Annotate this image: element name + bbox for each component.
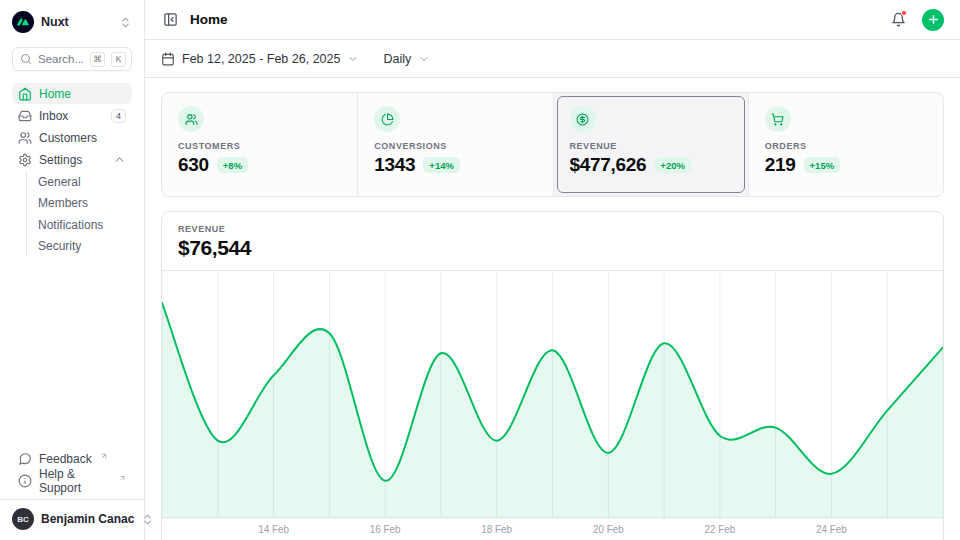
app-window: Nuxt ⌘ K Home Inbox 4 Customers (0, 0, 960, 540)
notification-dot (901, 10, 907, 16)
search-icon (20, 53, 32, 65)
svg-text:18 Feb: 18 Feb (481, 524, 512, 535)
kbd-cmd: ⌘ (90, 52, 105, 67)
sidebar-item-notifications[interactable]: Notifications (34, 214, 132, 236)
stat-delta-badge: +20% (654, 157, 691, 173)
external-link-icon (100, 452, 108, 460)
stat-label: REVENUE (570, 141, 732, 151)
chart-metric-value: $76,544 (178, 236, 927, 260)
cart-icon (765, 106, 791, 132)
page-content: CUSTOMERS 630 +8% CONVERSIONS 1343 +14% (145, 78, 960, 540)
sidebar-item-label: Inbox (39, 109, 68, 123)
search-input[interactable]: ⌘ K (12, 47, 132, 71)
sidebar-nav: Home Inbox 4 Customers Settings General … (12, 83, 132, 257)
panel-left-close-icon (163, 12, 178, 27)
user-menu[interactable]: BC Benjamin Canac (0, 499, 144, 536)
svg-text:24 Feb: 24 Feb (816, 524, 847, 535)
period-label: Daily (383, 52, 411, 66)
chevrons-up-down-icon (119, 16, 132, 29)
sidebar-item-security[interactable]: Security (34, 236, 132, 258)
stat-label: CONVERSIONS (374, 141, 536, 151)
svg-text:16 Feb: 16 Feb (370, 524, 401, 535)
chevron-up-icon (113, 153, 126, 166)
workspace-switcher[interactable]: Nuxt (12, 10, 132, 34)
external-link-icon (119, 474, 126, 482)
stat-delta-badge: +15% (804, 157, 841, 173)
svg-text:22 Feb: 22 Feb (704, 524, 735, 535)
home-icon (18, 87, 32, 101)
sidebar-item-customers[interactable]: Customers (12, 127, 132, 148)
stat-label: CUSTOMERS (178, 141, 341, 151)
footer-link-label: Help & Support (39, 467, 111, 495)
revenue-area-chart[interactable]: 14 Feb16 Feb18 Feb20 Feb22 Feb24 Feb (162, 271, 943, 540)
notifications-button[interactable] (889, 10, 908, 29)
stat-label: ORDERS (765, 141, 927, 151)
user-name: Benjamin Canac (41, 512, 134, 526)
svg-text:20 Feb: 20 Feb (593, 524, 624, 535)
sidebar-item-inbox[interactable]: Inbox 4 (12, 105, 132, 126)
users-icon (18, 131, 32, 145)
sidebar-item-label: Home (39, 87, 71, 101)
stat-card-revenue[interactable]: REVENUE $477,626 +20% (553, 93, 748, 196)
sub-item-label: Notifications (38, 218, 103, 232)
workspace-name: Nuxt (41, 15, 112, 29)
period-select[interactable]: Daily (383, 52, 430, 66)
stat-value: 1343 (374, 154, 415, 176)
chevron-down-icon (347, 53, 359, 65)
sidebar-collapse-button[interactable] (161, 10, 180, 29)
chart-canvas: 14 Feb16 Feb18 Feb20 Feb22 Feb24 Feb (162, 271, 943, 540)
date-range-label: Feb 12, 2025 - Feb 26, 2025 (182, 52, 340, 66)
stat-value: 219 (765, 154, 796, 176)
stats-row: CUSTOMERS 630 +8% CONVERSIONS 1343 +14% (161, 92, 944, 197)
search-field[interactable] (38, 53, 84, 65)
pie-chart-icon (374, 106, 400, 132)
sidebar: Nuxt ⌘ K Home Inbox 4 Customers (0, 0, 145, 540)
topbar: Home (145, 0, 960, 40)
stat-card-conversions[interactable]: CONVERSIONS 1343 +14% (357, 93, 552, 196)
sub-item-label: Members (38, 196, 88, 210)
add-button[interactable] (922, 9, 944, 31)
revenue-chart-card: REVENUE $76,544 14 Feb16 Feb18 Feb20 Feb… (161, 211, 944, 540)
stat-delta-badge: +8% (217, 157, 248, 173)
avatar: BC (12, 508, 34, 530)
kbd-k: K (111, 52, 126, 67)
sidebar-item-settings[interactable]: Settings (12, 149, 132, 170)
svg-text:14 Feb: 14 Feb (258, 524, 289, 535)
dollar-circle-icon (570, 106, 596, 132)
nuxt-logo-icon (12, 11, 34, 33)
settings-submenu: General Members Notifications Security (26, 171, 132, 257)
info-icon (18, 474, 32, 488)
sidebar-item-general[interactable]: General (34, 171, 132, 193)
message-icon (18, 452, 32, 466)
help-support-link[interactable]: Help & Support (12, 470, 132, 491)
calendar-icon (161, 52, 175, 66)
sidebar-item-members[interactable]: Members (34, 193, 132, 215)
sidebar-item-home[interactable]: Home (12, 83, 132, 104)
page-title: Home (190, 12, 228, 27)
sub-item-label: Security (38, 239, 81, 253)
users-icon (178, 106, 204, 132)
sidebar-item-label: Customers (39, 131, 97, 145)
gear-icon (18, 153, 32, 167)
stat-value: 630 (178, 154, 209, 176)
sub-item-label: General (38, 175, 81, 189)
stat-card-customers[interactable]: CUSTOMERS 630 +8% (162, 93, 357, 196)
stat-delta-badge: +14% (423, 157, 460, 173)
main-area: Home Feb 12, 2025 - Feb 26, 2025 Daily (145, 0, 960, 540)
plus-icon (927, 13, 940, 26)
stat-card-orders[interactable]: ORDERS 219 +15% (748, 93, 943, 196)
filters-toolbar: Feb 12, 2025 - Feb 26, 2025 Daily (145, 40, 960, 78)
chart-metric-label: REVENUE (178, 224, 927, 234)
date-range-button[interactable]: Feb 12, 2025 - Feb 26, 2025 (161, 52, 359, 66)
inbox-count-badge: 4 (111, 109, 126, 123)
chart-header: REVENUE $76,544 (162, 212, 943, 271)
sidebar-item-label: Settings (39, 153, 82, 167)
inbox-icon (18, 109, 32, 123)
sidebar-spacer (12, 257, 132, 448)
footer-link-label: Feedback (39, 452, 92, 466)
chevron-down-icon (418, 53, 430, 65)
stat-value: $477,626 (570, 154, 647, 176)
